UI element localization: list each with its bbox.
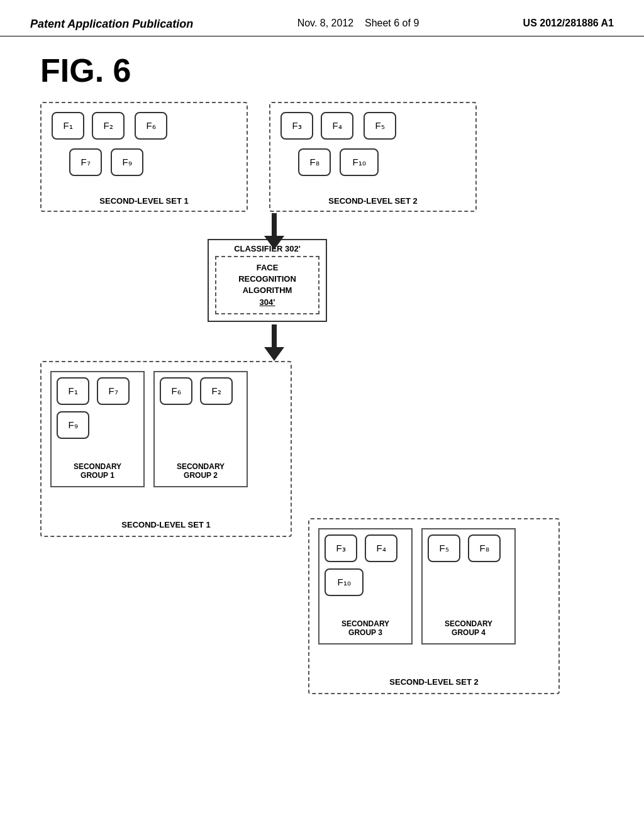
top-set1-label: SECOND-LEVEL SET 1	[42, 196, 247, 206]
subgroup1-box: F₁ F₇ F₉ SECONDARYGROUP 1	[50, 371, 145, 487]
bottom-set2-box: F₃ F₄ F₁₀ SECONDARYGROUP 3 F₅ F₈ SECONDA…	[308, 518, 560, 694]
frame-f1: F₁	[52, 112, 84, 140]
sg1-frame-f9: F₉	[57, 411, 89, 439]
frame-f5: F₅	[364, 112, 396, 140]
frame-f8: F₈	[298, 148, 331, 176]
sg2-frame-f6: F₆	[160, 377, 192, 405]
sg3-frame-f10: F₁₀	[325, 568, 364, 596]
bottom-set1-box: F₁ F₇ F₉ SECONDARYGROUP 1 F₆ F₂ SECONDAR…	[40, 361, 292, 537]
sg1-label: SECONDARYGROUP 1	[52, 462, 143, 480]
sheet-info: Sheet 6 of 9	[365, 18, 419, 28]
bottom-set2-label: SECOND-LEVEL SET 2	[309, 677, 558, 687]
frame-f4: F₄	[321, 112, 353, 140]
arrow-down-from-classifier	[264, 324, 284, 361]
frame-f2: F₂	[92, 112, 125, 140]
sg1-frame-f7: F₇	[97, 377, 130, 405]
frame-f7: F₇	[69, 148, 102, 176]
bottom-set1-label: SECOND-LEVEL SET 1	[42, 520, 291, 529]
classifier-inner: FACERECOGNITIONALGORITHM304'	[215, 256, 319, 314]
frame-f9: F₉	[111, 148, 143, 176]
figure-title: FIG. 6	[0, 36, 644, 89]
frame-f3: F₃	[280, 112, 313, 140]
sg2-label: SECONDARYGROUP 2	[155, 462, 247, 480]
frame-f10: F₁₀	[340, 148, 379, 176]
sg3-label: SECONDARYGROUP 3	[319, 619, 411, 637]
subgroup4-box: F₅ F₈ SECONDARYGROUP 4	[421, 528, 516, 645]
page-header: Patent Application Publication Nov. 8, 2…	[0, 0, 644, 36]
sg1-frame-f1: F₁	[57, 377, 89, 405]
arrow-down-to-classifier	[264, 213, 284, 250]
sg2-frame-f2: F₂	[200, 377, 233, 405]
sg4-frame-f5: F₅	[428, 534, 460, 562]
top-set2-box: F₃ F₄ F₅ F₈ F₁₀ SECOND-LEVEL SET 2	[269, 102, 477, 212]
sg4-label: SECONDARYGROUP 4	[423, 619, 514, 637]
publication-title: Patent Application Publication	[30, 18, 193, 31]
frame-f6: F₆	[135, 112, 167, 140]
subgroup3-box: F₃ F₄ F₁₀ SECONDARYGROUP 3	[318, 528, 413, 645]
classifier-box: CLASSIFIER 302' FACERECOGNITIONALGORITHM…	[208, 239, 327, 322]
sg3-frame-f3: F₃	[325, 534, 357, 562]
sg4-frame-f8: F₈	[468, 534, 501, 562]
subgroup2-box: F₆ F₂ SECONDARYGROUP 2	[153, 371, 248, 487]
diagram-area: F₁ F₂ F₆ F₇ F₉ SECOND-LEVEL SET 1 F₃ F₄ …	[0, 89, 644, 830]
classifier-inner-label: FACERECOGNITIONALGORITHM304'	[224, 262, 311, 308]
top-set2-label: SECOND-LEVEL SET 2	[270, 196, 475, 206]
patent-number: US 2012/281886 A1	[523, 18, 614, 29]
publication-date: Nov. 8, 2012	[297, 18, 354, 28]
date-sheet: Nov. 8, 2012 Sheet 6 of 9	[297, 18, 419, 29]
sg3-frame-f4: F₄	[365, 534, 397, 562]
top-set1-box: F₁ F₂ F₆ F₇ F₉ SECOND-LEVEL SET 1	[40, 102, 248, 212]
